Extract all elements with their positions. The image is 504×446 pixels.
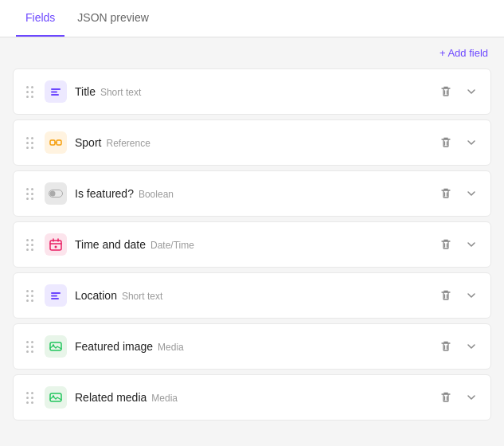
field-type: Boolean [139,189,174,200]
delete-field-button[interactable] [436,184,455,203]
delete-field-button[interactable] [436,235,455,254]
drag-handle[interactable] [23,339,37,354]
field-actions [436,184,481,203]
field-type: Short text [122,291,162,302]
field-type: Reference [106,138,150,149]
app-container: Fields JSON preview + Add field Title Sh… [0,0,504,446]
field-row-featured-image: Featured image Media [13,323,491,370]
svg-rect-0 [51,88,61,90]
field-name: Is featured? [75,187,134,200]
svg-point-8 [55,246,57,248]
field-actions [436,286,481,305]
field-info: Related media Media [75,391,428,404]
field-info: Sport Reference [75,136,428,149]
delete-field-button[interactable] [436,388,455,407]
expand-field-button[interactable] [462,235,481,254]
svg-rect-11 [51,298,59,299]
field-row-related-media: Related media Media [13,374,491,421]
svg-point-6 [50,191,56,197]
drag-handle[interactable] [23,390,37,405]
field-row-location: Location Short text [13,272,491,319]
field-name: Location [75,289,117,302]
field-info: Location Short text [75,289,428,302]
field-icon-media [45,386,67,409]
tab-json-preview[interactable]: JSON preview [68,0,158,37]
field-name: Featured image [75,340,153,353]
field-row-is-featured: Is featured? Boolean [13,170,491,217]
field-actions [436,388,481,407]
field-icon-reference [45,131,67,154]
svg-rect-9 [51,292,61,294]
delete-field-button[interactable] [436,286,455,305]
add-field-button[interactable]: + Add field [440,47,488,59]
tab-fields[interactable]: Fields [16,0,64,37]
field-icon-short-text [45,284,67,307]
field-actions [436,337,481,356]
field-info: Title Short text [75,85,428,98]
tabs-bar: Fields JSON preview [0,0,504,37]
field-row-title: Title Short text [13,68,491,115]
expand-field-button[interactable] [462,133,481,152]
expand-field-button[interactable] [462,286,481,305]
field-icon-boolean [45,182,67,205]
svg-rect-2 [51,94,59,96]
field-actions [436,82,481,101]
field-icon-media [45,335,67,358]
svg-point-15 [53,395,54,397]
field-info: Featured image Media [75,340,428,353]
field-type: Media [151,393,178,404]
field-actions [436,235,481,254]
field-row-time-and-date: Time and date Date/Time [13,221,491,268]
svg-rect-10 [51,295,57,297]
delete-field-button[interactable] [436,337,455,356]
field-name: Sport [75,136,101,149]
field-name: Title [75,85,96,98]
delete-field-button[interactable] [436,82,455,101]
field-type: Short text [100,87,141,98]
field-icon-short-text [45,80,67,103]
expand-field-button[interactable] [462,337,481,356]
svg-rect-1 [51,92,57,93]
expand-field-button[interactable] [462,184,481,203]
field-icon-datetime [45,233,67,256]
field-actions [436,133,481,152]
drag-handle[interactable] [23,84,37,100]
delete-field-button[interactable] [436,133,455,152]
field-name: Time and date [75,238,146,251]
field-type: Media [158,342,184,353]
field-name: Related media [75,391,147,404]
fields-list: Title Short text [0,68,504,433]
field-row-sport: Sport Reference [13,119,491,166]
drag-handle[interactable] [23,288,37,303]
svg-rect-4 [57,140,61,145]
svg-rect-3 [50,140,55,145]
svg-point-13 [53,344,54,346]
expand-field-button[interactable] [462,388,481,407]
svg-rect-7 [50,241,61,250]
field-info: Time and date Date/Time [75,238,428,251]
drag-handle[interactable] [23,135,37,151]
toolbar: + Add field [0,37,504,68]
drag-handle[interactable] [23,186,37,201]
field-info: Is featured? Boolean [75,187,428,200]
expand-field-button[interactable] [462,82,481,101]
drag-handle[interactable] [23,237,37,252]
field-type: Date/Time [150,240,194,251]
